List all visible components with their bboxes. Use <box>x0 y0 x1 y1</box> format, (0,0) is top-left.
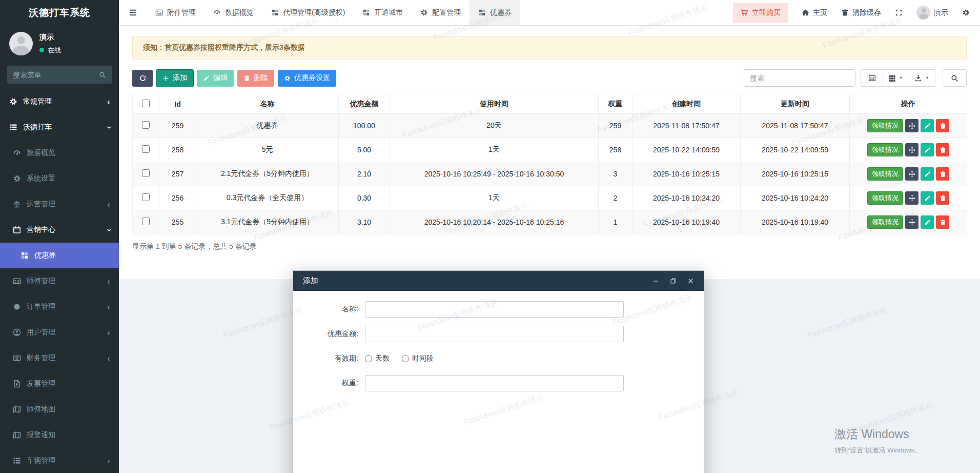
calendar-icon <box>13 226 21 234</box>
days-radio[interactable] <box>365 355 372 362</box>
drag-sort-button[interactable] <box>905 191 918 205</box>
row-edit-button[interactable] <box>921 167 934 181</box>
name-field[interactable] <box>365 301 624 318</box>
sidebar-item-wode-taxi[interactable]: 沃德打车‹ <box>0 114 119 140</box>
table-row: 259 优惠券 100.00 20天 259 2025-11-08 17:50:… <box>133 114 967 138</box>
col-header-use-time: 使用时间 <box>390 94 599 114</box>
row-edit-button[interactable] <box>921 119 934 132</box>
sidebar-item-finance-management[interactable]: 财务管理‹ <box>0 345 119 371</box>
pencil-icon <box>924 147 931 153</box>
tab-config-management[interactable]: 配置管理 <box>412 0 469 25</box>
drag-sort-button[interactable] <box>905 119 918 132</box>
columns-button[interactable] <box>883 69 909 87</box>
chevron-left-icon: ‹ <box>107 277 110 286</box>
sidebar-item-marketing-center[interactable]: 营销中心‹ <box>0 217 119 243</box>
sidebar-item-driver-map[interactable]: 师傅地图 <box>0 397 119 422</box>
minimize-icon[interactable] <box>652 278 659 284</box>
drag-sort-button[interactable] <box>905 167 918 181</box>
claim-status-button[interactable]: 领取情况 <box>867 143 903 156</box>
drag-sort-button[interactable] <box>905 215 918 229</box>
table-search-input[interactable] <box>744 69 855 87</box>
menu-search-input[interactable] <box>13 71 99 79</box>
row-edit-button[interactable] <box>921 215 934 229</box>
row-checkbox[interactable] <box>142 193 150 201</box>
close-icon[interactable] <box>687 278 694 284</box>
sidebar-item-alarm-notice[interactable]: 报警通知 <box>0 422 119 448</box>
col-header-amount: 优惠金额 <box>339 94 390 114</box>
refresh-button[interactable] <box>132 70 153 87</box>
edit-button[interactable]: 编辑 <box>197 70 234 87</box>
row-delete-button[interactable] <box>936 143 949 156</box>
sidebar-item-invoice-management[interactable]: 发票管理 <box>0 371 119 397</box>
validity-days-option[interactable]: 天数 <box>365 354 390 363</box>
row-delete-button[interactable] <box>936 191 949 205</box>
claim-status-button[interactable]: 领取情况 <box>867 215 903 229</box>
watermark-text: FastAdmin应用插件演示 <box>852 400 934 435</box>
fullscreen-button[interactable] <box>895 9 903 16</box>
cell-updated: 2025-10-16 10:24:20 <box>741 186 850 210</box>
tab-coupons[interactable]: 优惠券 <box>469 0 520 25</box>
row-delete-button[interactable] <box>936 215 949 229</box>
amount-field[interactable] <box>365 326 624 342</box>
row-checkbox[interactable] <box>142 169 150 177</box>
tab-attachment-management[interactable]: 附件管理 <box>147 0 205 25</box>
tab-data-overview[interactable]: 数据概览 <box>205 0 262 25</box>
sidebar-item-coupons[interactable]: 优惠券 <box>0 243 119 268</box>
sidebar-toggle-button[interactable] <box>119 0 147 25</box>
maximize-icon[interactable] <box>670 278 677 284</box>
tab-agent-management[interactable]: 代理管理(高级授权) <box>262 0 354 25</box>
money-icon <box>13 354 21 362</box>
search-submit-button[interactable] <box>943 69 967 87</box>
drag-sort-button[interactable] <box>905 143 918 156</box>
trash-icon <box>940 219 946 226</box>
row-checkbox[interactable] <box>142 145 150 153</box>
row-delete-button[interactable] <box>936 167 949 181</box>
coupon-settings-button[interactable]: 优惠券设置 <box>278 70 336 87</box>
trash-icon <box>841 9 849 16</box>
claim-status-button[interactable]: 领取情况 <box>867 119 903 132</box>
cell-name: 3.1元代金券（5分钟内使用） <box>196 210 339 234</box>
pencil-icon <box>924 171 931 178</box>
cell-use-time: 2025-10-16 10:20:14 - 2025-10-16 10:25:1… <box>390 210 599 234</box>
select-all-checkbox[interactable] <box>142 100 150 107</box>
sidebar-item-operations[interactable]: 运营管理‹ <box>0 191 119 217</box>
settings-button[interactable] <box>962 9 970 16</box>
claim-status-button[interactable]: 领取情况 <box>867 167 903 181</box>
cell-operations: 领取情况 <box>850 186 967 210</box>
cell-id: 257 <box>159 162 196 186</box>
sidebar-item-data-overview[interactable]: 数据概览 <box>0 140 119 166</box>
trash-icon <box>940 195 946 202</box>
row-edit-button[interactable] <box>921 191 934 205</box>
search-icon <box>951 74 958 82</box>
detail-view-button[interactable] <box>861 69 883 87</box>
validity-range-option[interactable]: 时间段 <box>402 354 434 363</box>
user-menu[interactable]: 演示 <box>916 6 948 19</box>
row-delete-button[interactable] <box>936 119 949 132</box>
export-button[interactable] <box>909 69 935 87</box>
cell-use-time: 1天 <box>390 186 599 210</box>
sidebar-item-vehicle-management[interactable]: 车辆管理‹ <box>0 448 119 473</box>
trash-icon <box>940 171 946 178</box>
home-button[interactable]: 主页 <box>802 8 827 17</box>
sidebar-item-system-settings[interactable]: 系统设置 <box>0 166 119 191</box>
sidebar-item-general[interactable]: 常规管理‹ <box>0 89 119 114</box>
delete-button[interactable]: 删除 <box>237 70 274 87</box>
avatar <box>916 6 930 19</box>
clear-cache-button[interactable]: 清除缓存 <box>841 8 881 17</box>
cell-amount: 0.30 <box>339 186 390 210</box>
cell-operations: 领取情况 <box>850 162 967 186</box>
row-checkbox[interactable] <box>142 218 150 225</box>
row-edit-button[interactable] <box>921 143 934 156</box>
tab-open-city[interactable]: 开通城市 <box>354 0 412 25</box>
time-range-radio[interactable] <box>402 355 409 362</box>
sidebar-item-order-management[interactable]: 订单管理‹ <box>0 294 119 320</box>
weight-field[interactable] <box>365 375 624 391</box>
buy-now-button[interactable]: 立即购买 <box>733 3 788 23</box>
sidebar-item-driver-management[interactable]: 师傅管理‹ <box>0 268 119 294</box>
sidebar-item-user-management[interactable]: 用户管理‹ <box>0 320 119 345</box>
claim-status-button[interactable]: 领取情况 <box>867 191 903 205</box>
row-checkbox[interactable] <box>142 121 150 129</box>
dialog-header[interactable]: 添加 <box>293 271 704 291</box>
validity-label: 有效期: <box>293 354 365 363</box>
add-button[interactable]: 添加 <box>156 70 193 87</box>
